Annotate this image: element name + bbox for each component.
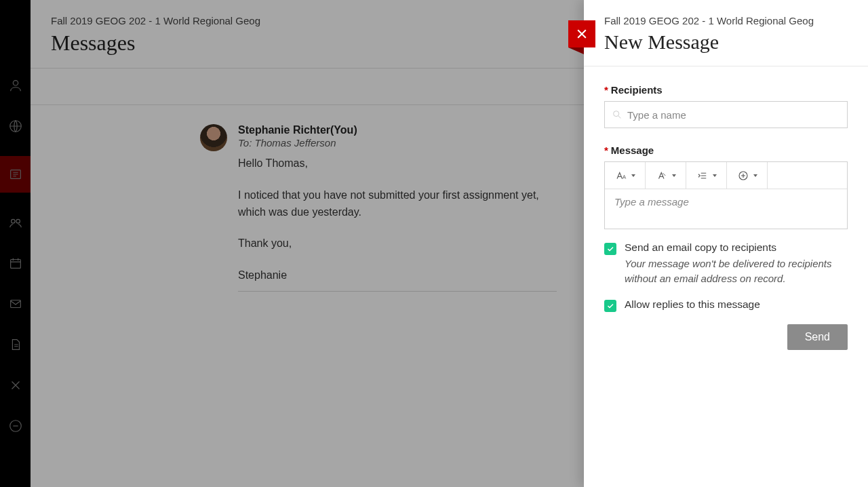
email-copy-checkbox[interactable] bbox=[604, 243, 616, 255]
list-dropdown[interactable] bbox=[686, 162, 727, 189]
recipients-input[interactable] bbox=[627, 109, 840, 121]
nav-groups-icon[interactable] bbox=[0, 212, 31, 233]
new-message-panel: Fall 2019 GEOG 202 - 1 World Regional Ge… bbox=[584, 0, 868, 487]
search-icon bbox=[612, 109, 623, 120]
svg-point-3 bbox=[11, 219, 14, 223]
nav-tools-icon[interactable] bbox=[0, 374, 31, 396]
insert-dropdown[interactable] bbox=[727, 162, 768, 189]
close-panel-button[interactable] bbox=[568, 20, 595, 47]
recipients-label: *Recipients bbox=[604, 84, 848, 96]
list-indent-icon bbox=[696, 170, 709, 182]
nav-signout-icon[interactable] bbox=[0, 415, 31, 437]
plus-circle-icon bbox=[737, 170, 749, 182]
nav-mail-icon[interactable] bbox=[0, 293, 31, 315]
text-style-dropdown[interactable] bbox=[605, 162, 646, 189]
panel-title: New Message bbox=[604, 31, 848, 54]
modal-overlay[interactable] bbox=[31, 0, 584, 487]
editor-toolbar bbox=[605, 162, 847, 189]
send-button[interactable]: Send bbox=[787, 324, 848, 350]
allow-replies-label: Allow replies to this message bbox=[625, 298, 760, 311]
svg-point-4 bbox=[16, 219, 19, 223]
text-size-icon bbox=[615, 170, 627, 182]
message-textarea[interactable]: Type a message bbox=[605, 189, 847, 229]
nav-news-icon[interactable] bbox=[0, 156, 31, 193]
message-editor: Type a message bbox=[604, 161, 848, 229]
email-copy-hint: Your message won't be delivered to recip… bbox=[625, 256, 848, 286]
svg-rect-6 bbox=[10, 300, 20, 308]
toolbar-spacer bbox=[768, 162, 847, 189]
svg-rect-5 bbox=[10, 260, 20, 269]
text-format-icon bbox=[656, 170, 668, 182]
main-area: Fall 2019 GEOG 202 - 1 World Regional Ge… bbox=[31, 0, 584, 487]
nav-globe-icon[interactable] bbox=[0, 115, 31, 137]
message-label: *Message bbox=[604, 144, 848, 156]
left-nav-rail bbox=[0, 0, 31, 487]
nav-user-icon[interactable] bbox=[0, 75, 31, 96]
svg-point-0 bbox=[13, 81, 18, 85]
recipients-input-wrap[interactable] bbox=[604, 101, 848, 128]
email-copy-label: Send an email copy to recipients bbox=[625, 241, 848, 254]
check-icon bbox=[606, 302, 614, 310]
svg-point-8 bbox=[614, 111, 619, 117]
nav-calendar-icon[interactable] bbox=[0, 252, 31, 274]
panel-course-breadcrumb: Fall 2019 GEOG 202 - 1 World Regional Ge… bbox=[604, 15, 848, 26]
nav-doc-icon[interactable] bbox=[0, 334, 31, 355]
text-format-dropdown[interactable] bbox=[646, 162, 686, 189]
allow-replies-checkbox[interactable] bbox=[604, 300, 616, 312]
check-icon bbox=[606, 245, 614, 253]
close-icon bbox=[575, 27, 589, 41]
